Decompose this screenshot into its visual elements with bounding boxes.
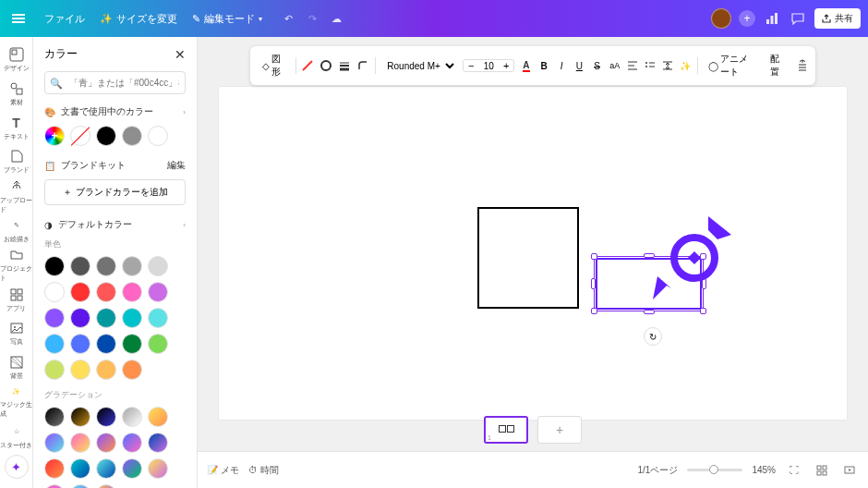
rail-magic[interactable]: ✨マジック生成 [0, 385, 33, 419]
add-brand-color-button[interactable]: ＋ブランドカラーを追加 [44, 179, 186, 205]
floating-action-icon[interactable]: ↻ [644, 327, 662, 346]
color-swatch[interactable] [122, 256, 142, 276]
resize-handle[interactable] [644, 310, 655, 314]
color-swatch[interactable] [122, 334, 142, 354]
size-minus[interactable]: − [464, 60, 478, 71]
undo-icon[interactable]: ↶ [279, 9, 297, 28]
shape-menu[interactable]: ◇図形 [258, 50, 290, 81]
page-thumb[interactable]: 1 [484, 416, 528, 444]
font-select[interactable]: Rounded M+ [381, 58, 457, 74]
rail-design[interactable]: デザイン [0, 44, 33, 77]
size-plus[interactable]: + [499, 60, 513, 71]
color-swatch[interactable] [122, 282, 142, 302]
case-icon[interactable]: aA [609, 58, 621, 73]
zoom-thumb[interactable] [709, 465, 718, 474]
color-swatch[interactable] [44, 334, 65, 354]
menu-file[interactable]: ファイル [37, 8, 92, 30]
color-swatch[interactable] [96, 308, 116, 328]
color-swatch[interactable] [96, 256, 116, 276]
bold-icon[interactable]: B [537, 58, 549, 73]
list-icon[interactable] [644, 58, 656, 73]
design-page[interactable]: ↻ [219, 87, 847, 420]
rail-photos[interactable]: 写真 [0, 318, 33, 350]
rail-apps[interactable]: アプリ [0, 284, 33, 316]
gradient-swatch[interactable] [70, 484, 90, 488]
rail-upload[interactable]: アップロード [0, 180, 33, 214]
color-swatch[interactable] [96, 334, 116, 354]
hamburger-menu[interactable] [7, 7, 30, 30]
cloud-sync-icon[interactable]: ☁ [327, 9, 345, 28]
menu-editmode[interactable]: ✎編集モード▾ [185, 8, 270, 30]
color-swatch[interactable] [44, 126, 65, 146]
chevron-right-icon[interactable]: › [183, 221, 186, 229]
redo-icon[interactable]: ↷ [303, 9, 321, 28]
chevron-right-icon[interactable]: › [183, 108, 186, 116]
gradient-swatch[interactable] [122, 433, 142, 453]
border-weight-icon[interactable] [338, 58, 351, 73]
ai-assist-button[interactable]: ✦ [5, 455, 29, 479]
gradient-swatch[interactable] [148, 458, 168, 479]
close-icon[interactable]: ✕ [175, 47, 186, 62]
effects-icon[interactable]: ✨ [680, 58, 692, 73]
analytics-icon[interactable] [763, 9, 781, 28]
canvas[interactable]: ↻ [198, 37, 868, 451]
color-swatch[interactable] [70, 126, 90, 146]
resize-handle[interactable] [591, 278, 596, 289]
strike-icon[interactable]: S [591, 58, 603, 73]
gradient-swatch[interactable] [44, 407, 65, 427]
resize-handle[interactable] [700, 308, 706, 314]
notes-button[interactable]: 📝メモ [207, 464, 239, 477]
gradient-swatch[interactable] [96, 484, 116, 488]
comment-icon[interactable] [789, 9, 807, 28]
color-swatch[interactable] [122, 360, 142, 380]
color-swatch[interactable] [148, 256, 168, 276]
color-swatch[interactable] [122, 308, 142, 328]
zoom-value[interactable]: 145% [752, 465, 776, 475]
corner-radius-icon[interactable] [356, 58, 369, 73]
color-search-input[interactable] [44, 71, 186, 94]
font-size-stepper[interactable]: −+ [463, 59, 514, 72]
zoom-slider[interactable] [687, 469, 742, 471]
color-swatch[interactable] [148, 126, 168, 146]
color-swatch[interactable] [44, 308, 65, 328]
color-swatch[interactable] [44, 360, 65, 380]
gradient-swatch[interactable] [44, 484, 65, 488]
border-style-icon[interactable] [319, 58, 332, 73]
arrow-graphic[interactable] [644, 207, 745, 309]
gradient-swatch[interactable] [44, 458, 65, 479]
color-swatch[interactable] [96, 126, 116, 146]
color-swatch[interactable] [96, 282, 116, 302]
color-swatch[interactable] [122, 126, 142, 146]
gradient-swatch[interactable] [148, 407, 168, 427]
menu-resize[interactable]: ✨サイズを変更 [92, 8, 185, 30]
rail-text[interactable]: Tテキスト [0, 112, 33, 144]
resize-handle[interactable] [591, 253, 597, 260]
grid-view-icon[interactable] [813, 461, 831, 480]
color-swatch[interactable] [70, 334, 90, 354]
resize-handle[interactable] [591, 308, 597, 314]
size-input[interactable] [478, 61, 499, 71]
rail-elements[interactable]: 素材 [0, 79, 33, 111]
edit-link[interactable]: 編集 [167, 159, 186, 172]
rail-brand[interactable]: ブランド [0, 146, 33, 178]
rail-projects[interactable]: プロジェクト [0, 249, 33, 282]
share-button[interactable]: 共有 [814, 8, 861, 29]
gradient-swatch[interactable] [70, 407, 90, 427]
spacing-icon[interactable] [662, 58, 674, 73]
color-swatch[interactable] [148, 308, 168, 328]
animate-button[interactable]: ◯アニメート [704, 50, 761, 81]
align-icon[interactable] [626, 58, 638, 73]
underline-icon[interactable]: U [573, 58, 585, 73]
expand-icon[interactable]: ⛶ [785, 461, 803, 480]
color-swatch[interactable] [70, 256, 90, 276]
rail-starred[interactable]: ☆スター付き [0, 421, 33, 453]
color-swatch[interactable] [148, 334, 168, 354]
more-icon[interactable] [796, 58, 808, 73]
avatar[interactable] [711, 8, 731, 29]
gradient-swatch[interactable] [122, 458, 142, 479]
color-swatch[interactable] [96, 360, 116, 380]
gradient-swatch[interactable] [70, 433, 90, 453]
color-swatch[interactable] [44, 256, 65, 276]
gradient-swatch[interactable] [96, 433, 116, 453]
square-shape[interactable] [477, 207, 579, 309]
